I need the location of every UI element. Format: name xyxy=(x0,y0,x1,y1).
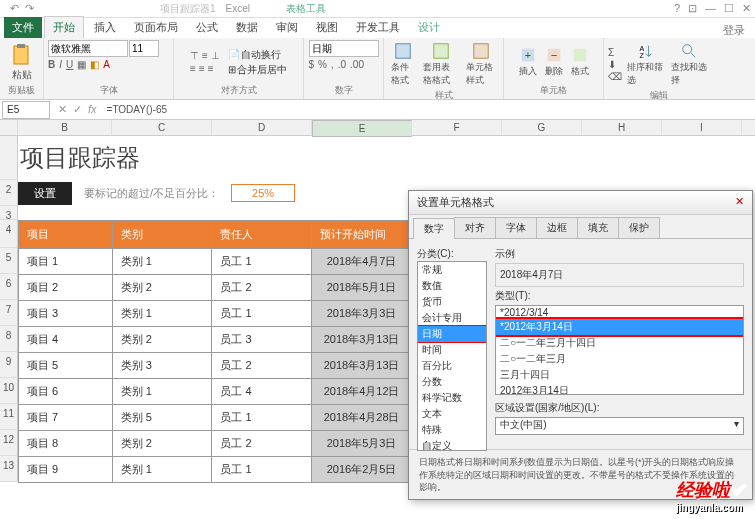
table-row[interactable]: 项目 5类别 3员工 22018年3月13日 xyxy=(19,353,412,379)
setup-button[interactable]: 设置 xyxy=(18,182,72,205)
align-mid-icon[interactable]: ≡ xyxy=(202,50,208,61)
qat-redo-icon[interactable]: ↷ xyxy=(25,2,34,15)
cell-owner[interactable]: 员工 1 xyxy=(212,301,312,327)
font-size-select[interactable] xyxy=(129,40,159,57)
format-cell-button[interactable]: 格式 xyxy=(568,44,592,80)
tab-data[interactable]: 数据 xyxy=(228,17,266,38)
cell-owner[interactable]: 员工 2 xyxy=(212,353,312,379)
row-header[interactable]: 11 xyxy=(0,404,18,430)
cell-category[interactable]: 类别 2 xyxy=(112,327,212,353)
locale-select[interactable]: 中文(中国)▾ xyxy=(495,417,744,435)
comma-icon[interactable]: , xyxy=(331,59,334,70)
table-format-button[interactable]: 套用表格格式 xyxy=(420,40,462,89)
cell-date[interactable]: 2018年4月28日 xyxy=(312,405,412,431)
type-list[interactable]: *2012/3/14*2012年3月14日二○一二年三月十四日二○一二年三月三月… xyxy=(495,305,744,395)
cell-category[interactable]: 类别 1 xyxy=(112,457,212,483)
category-item[interactable]: 时间 xyxy=(418,342,486,358)
row-header[interactable] xyxy=(0,136,18,180)
merge-button[interactable]: ⊞合并后居中 xyxy=(228,63,287,77)
help-icon[interactable]: ? xyxy=(674,2,680,15)
table-row[interactable]: 项目 8类别 2员工 22018年5月3日 xyxy=(19,431,412,457)
row-header[interactable]: 7 xyxy=(0,300,18,326)
formula-input[interactable]: =TODAY()-65 xyxy=(103,104,755,115)
cell-category[interactable]: 类别 2 xyxy=(112,275,212,301)
row-header[interactable]: 3 xyxy=(0,206,18,220)
cell-date[interactable]: 2018年3月3日 xyxy=(312,301,412,327)
dec-inc-icon[interactable]: .0 xyxy=(338,59,346,70)
cell-category[interactable]: 类别 1 xyxy=(112,301,212,327)
cond-format-button[interactable]: 条件格式 xyxy=(388,40,418,89)
sign-in[interactable]: 登录 xyxy=(723,23,755,38)
row-header[interactable]: 8 xyxy=(0,326,18,352)
table-row[interactable]: 项目 6类别 1员工 42018年4月12日 xyxy=(19,379,412,405)
dec-dec-icon[interactable]: .00 xyxy=(350,59,364,70)
delete-cell-button[interactable]: −删除 xyxy=(542,44,566,80)
dlg-tab-fill[interactable]: 填充 xyxy=(577,217,619,238)
font-color-button[interactable]: A xyxy=(103,59,110,70)
cell-category[interactable]: 类别 5 xyxy=(112,405,212,431)
align-right-icon[interactable]: ≡ xyxy=(208,63,214,74)
table-row[interactable]: 项目 3类别 1员工 12018年3月3日 xyxy=(19,301,412,327)
minimize-icon[interactable]: — xyxy=(705,2,716,15)
tab-review[interactable]: 审阅 xyxy=(268,17,306,38)
tab-insert[interactable]: 插入 xyxy=(86,17,124,38)
pct-value[interactable]: 25% xyxy=(231,184,295,202)
cell-owner[interactable]: 员工 2 xyxy=(212,431,312,457)
cell-project[interactable]: 项目 7 xyxy=(19,405,113,431)
category-item[interactable]: 日期 xyxy=(418,326,486,342)
type-item[interactable]: 三月十四日 xyxy=(496,367,743,383)
cell-project[interactable]: 项目 2 xyxy=(19,275,113,301)
type-item[interactable]: *2012年3月14日 xyxy=(496,319,743,335)
row-header[interactable]: 10 xyxy=(0,378,18,404)
row-header[interactable]: 9 xyxy=(0,352,18,378)
qat-undo-icon[interactable]: ↶ xyxy=(10,2,19,15)
border-button[interactable]: ▦ xyxy=(77,59,86,70)
italic-button[interactable]: I xyxy=(59,59,62,70)
category-item[interactable]: 文本 xyxy=(418,406,486,422)
type-item[interactable]: 2012年3月14日 xyxy=(496,383,743,395)
cell-project[interactable]: 项目 6 xyxy=(19,379,113,405)
font-name-select[interactable] xyxy=(48,40,128,57)
cell-project[interactable]: 项目 4 xyxy=(19,327,113,353)
cell-category[interactable]: 类别 2 xyxy=(112,431,212,457)
dlg-tab-border[interactable]: 边框 xyxy=(536,217,578,238)
cell-category[interactable]: 类别 1 xyxy=(112,379,212,405)
fill-color-button[interactable]: ◧ xyxy=(90,59,99,70)
category-item[interactable]: 特殊 xyxy=(418,422,486,438)
row-header[interactable]: 13 xyxy=(0,456,18,482)
th-category[interactable]: 类别 xyxy=(112,221,212,249)
tab-dev[interactable]: 开发工具 xyxy=(348,17,408,38)
tab-design[interactable]: 设计 xyxy=(410,17,448,38)
fill-button[interactable]: ⬇ xyxy=(608,59,622,70)
tab-home[interactable]: 开始 xyxy=(44,16,84,38)
col-e[interactable]: E xyxy=(312,120,412,137)
sort-filter-button[interactable]: AZ排序和筛选 xyxy=(624,40,666,89)
col-b[interactable]: B xyxy=(18,120,112,135)
cell-date[interactable]: 2016年2月5日 xyxy=(312,457,412,483)
category-item[interactable]: 科学记数 xyxy=(418,390,486,406)
percent-icon[interactable]: % xyxy=(318,59,327,70)
align-bot-icon[interactable]: ⊥ xyxy=(211,50,220,61)
align-top-icon[interactable]: ⊤ xyxy=(190,50,199,61)
currency-icon[interactable]: $ xyxy=(309,59,315,70)
col-f[interactable]: F xyxy=(412,120,502,135)
tab-view[interactable]: 视图 xyxy=(308,17,346,38)
category-item[interactable]: 货币 xyxy=(418,294,486,310)
cell-date[interactable]: 2018年3月13日 xyxy=(312,353,412,379)
row-header[interactable]: 2 xyxy=(0,180,18,206)
col-d[interactable]: D xyxy=(212,120,312,135)
clear-button[interactable]: ⌫ xyxy=(608,71,622,82)
table-row[interactable]: 项目 4类别 2员工 32018年3月13日 xyxy=(19,327,412,353)
tab-layout[interactable]: 页面布局 xyxy=(126,17,186,38)
wrap-button[interactable]: 📄自动换行 xyxy=(228,48,287,62)
cell-date[interactable]: 2018年3月13日 xyxy=(312,327,412,353)
col-g[interactable]: G xyxy=(502,120,582,135)
type-item[interactable]: *2012/3/14 xyxy=(496,306,743,319)
cell-project[interactable]: 项目 3 xyxy=(19,301,113,327)
align-center-icon[interactable]: ≡ xyxy=(199,63,205,74)
number-format-select[interactable] xyxy=(309,40,379,57)
dlg-tab-font[interactable]: 字体 xyxy=(495,217,537,238)
category-item[interactable]: 会计专用 xyxy=(418,310,486,326)
row-header[interactable]: 5 xyxy=(0,248,18,274)
row-header[interactable]: 4 xyxy=(0,220,18,248)
